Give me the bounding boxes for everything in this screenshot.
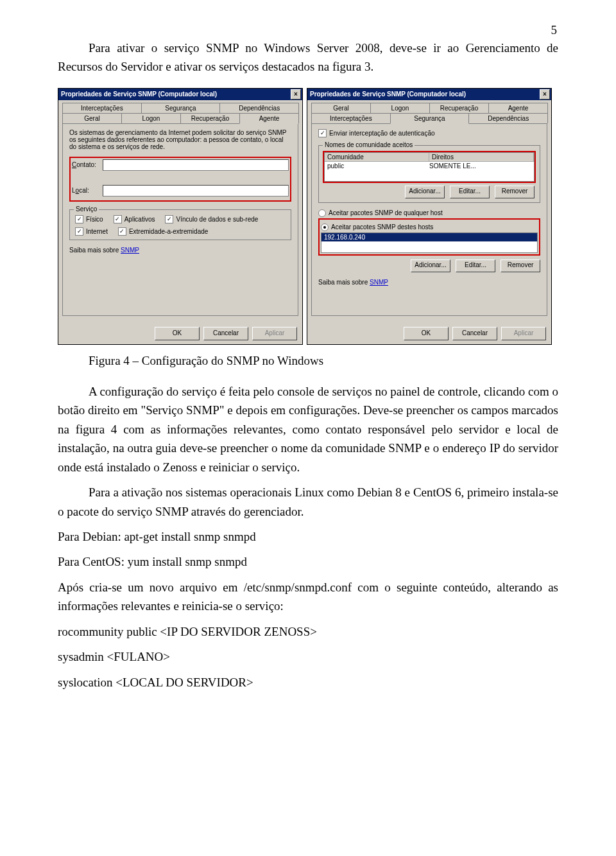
saiba-text: Saiba mais sobre: [318, 279, 370, 286]
debian-line: Para Debian: apt-get install snmp snmpd: [58, 527, 558, 546]
chk-extremidade-label: Extremidade-a-extremidade: [129, 228, 208, 235]
figure-4: Propriedades de Serviço SNMP (Computador…: [58, 88, 558, 345]
chk-vinculo-label: Vínculo de dados e sub-rede: [176, 216, 258, 223]
paragraph-2: A configuração do serviço é feita pelo c…: [58, 382, 558, 476]
chk-internet[interactable]: ✓Internet: [75, 227, 108, 236]
dialog-title: Propriedades de Serviço SNMP (Computador…: [310, 91, 466, 98]
contato-input[interactable]: [103, 159, 289, 171]
chk-auth-trap-label: Enviar interceptação de autenticação: [329, 130, 435, 137]
tab-interceptacoes[interactable]: Interceptações: [62, 103, 142, 113]
add-host-button[interactable]: Adicionar...: [411, 259, 450, 272]
tab-seguranca[interactable]: Segurança: [141, 103, 221, 113]
dialog-title: Propriedades de Serviço SNMP (Computador…: [61, 91, 217, 98]
tab-interceptacoes[interactable]: Interceptações: [311, 113, 391, 123]
saiba-mais: Saiba mais sobre SNMP: [318, 279, 540, 286]
row-community: public: [327, 162, 429, 170]
snmp-dialog-seguranca: Propriedades de Serviço SNMP (Computador…: [307, 88, 552, 345]
titlebar: Propriedades de Serviço SNMP (Computador…: [58, 89, 302, 100]
chk-vinculo[interactable]: ✓Vínculo de dados e sub-rede: [165, 215, 258, 223]
remove-host-button[interactable]: Remover: [501, 259, 540, 272]
page-number: 5: [551, 23, 558, 37]
snmp-link[interactable]: SNMP: [121, 247, 139, 254]
tab-agente[interactable]: Agente: [488, 103, 548, 113]
tab-recuperacao[interactable]: Recuperação: [429, 103, 489, 113]
radio-any-host[interactable]: Aceitar pacotes SNMP de qualquer host: [318, 209, 540, 217]
ok-button[interactable]: OK: [404, 327, 449, 340]
rocommunity-line: rocommunity public <IP DO SERVIDOR ZENOS…: [58, 622, 558, 641]
close-icon[interactable]: ×: [291, 89, 301, 100]
chk-aplicativos[interactable]: ✓Aplicativos: [114, 215, 155, 223]
apply-button[interactable]: Aplicar: [501, 327, 546, 340]
cancel-button[interactable]: Cancelar: [452, 327, 497, 340]
snmp-link[interactable]: SNMP: [370, 279, 388, 286]
local-label: Local:: [72, 187, 103, 194]
host-entry: 192.168.0.240: [321, 233, 537, 241]
paragraph-3: Para a ativação nos sistemas operacionai…: [58, 483, 558, 521]
row-rights: SOMENTE LE...: [429, 162, 531, 170]
chk-aplicativos-label: Aplicativos: [124, 216, 155, 223]
tab-logon[interactable]: Logon: [121, 113, 181, 123]
saiba-mais: Saiba mais sobre SNMP: [69, 247, 291, 254]
comunidades-legend: Nomes de comunidade aceitos: [323, 141, 415, 148]
edit-button[interactable]: Editar...: [450, 186, 490, 198]
tab-dependencias[interactable]: Dependências: [468, 113, 548, 123]
apply-button[interactable]: Aplicar: [252, 327, 297, 340]
tab-geral[interactable]: Geral: [311, 103, 371, 113]
chk-fisico-label: Físico: [86, 216, 103, 223]
local-input[interactable]: [103, 185, 289, 197]
radio-any-host-label: Aceitar pacotes SNMP de qualquer host: [329, 209, 443, 216]
comunidades-list[interactable]: Comunidade Direitos public SOMENTE LE...: [324, 152, 535, 182]
radio-these-hosts[interactable]: Aceitar pacotes SNMP destes hosts: [321, 223, 538, 231]
tab-geral[interactable]: Geral: [62, 113, 122, 123]
syslocation-line: syslocation <LOCAL DO SERVIDOR>: [58, 673, 558, 692]
col-comunidade: Comunidade: [325, 153, 429, 161]
chk-fisico[interactable]: ✓Físico: [75, 215, 103, 223]
remove-button[interactable]: Remover: [495, 186, 535, 198]
figure-caption: Figura 4 – Configuração do SNMP no Windo…: [58, 354, 558, 368]
close-icon[interactable]: ×: [540, 89, 550, 100]
snmpd-conf-line: Após cria-se um novo arquivo em /etc/snm…: [58, 578, 558, 616]
tab-dependencias[interactable]: Dependências: [219, 103, 299, 113]
contato-label: Contato:: [72, 161, 103, 168]
radio-these-hosts-label: Aceitar pacotes SNMP destes hosts: [331, 223, 433, 231]
tab-seguranca[interactable]: Segurança: [390, 113, 470, 124]
add-button[interactable]: Adicionar...: [405, 186, 445, 198]
centos-line: Para CentOS: yum install snmp snmpd: [58, 552, 558, 571]
snmp-dialog-agente: Propriedades de Serviço SNMP (Computador…: [58, 88, 303, 345]
tab-recuperacao[interactable]: Recuperação: [180, 113, 240, 123]
titlebar: Propriedades de Serviço SNMP (Computador…: [307, 89, 551, 100]
sysadmin-line: sysadmin <FULANO>: [58, 647, 558, 666]
col-direitos: Direitos: [429, 153, 534, 161]
tab-logon[interactable]: Logon: [370, 103, 430, 113]
hosts-list[interactable]: 192.168.0.240: [321, 232, 538, 253]
cancel-button[interactable]: Cancelar: [203, 327, 248, 340]
saiba-text: Saiba mais sobre: [69, 247, 121, 254]
chk-extremidade[interactable]: ✓Extremidade-a-extremidade: [118, 227, 208, 236]
ok-button[interactable]: OK: [155, 327, 200, 340]
tab-agente[interactable]: Agente: [239, 113, 299, 124]
servico-legend: Serviço: [74, 205, 99, 213]
edit-host-button[interactable]: Editar...: [456, 259, 495, 272]
agente-description: Os sistemas de gerenciamento da Internet…: [69, 129, 291, 150]
chk-auth-trap[interactable]: ✓Enviar interceptação de autenticação: [318, 129, 435, 137]
chk-internet-label: Internet: [86, 228, 108, 235]
paragraph-1: Para ativar o serviço SNMP no Windows Se…: [58, 39, 558, 76]
